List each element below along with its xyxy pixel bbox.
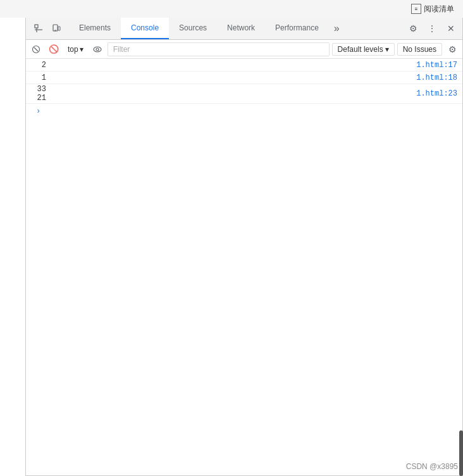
console-link-0[interactable]: 1.html:17	[416, 61, 462, 70]
devtools-icon-buttons	[26, 21, 69, 36]
context-value: top	[68, 45, 78, 54]
expand-row: ›	[26, 104, 462, 118]
eye-button[interactable]	[90, 42, 105, 57]
line-number-2: 33 21	[26, 85, 51, 103]
reading-list-icon: ≡	[411, 4, 421, 14]
devtools-tab-bar: Elements Console Sources Network Perform…	[26, 18, 462, 40]
close-devtools-button[interactable]: ✕	[442, 20, 460, 37]
svg-point-9	[96, 48, 99, 51]
svg-rect-0	[35, 25, 38, 28]
svg-point-8	[94, 47, 101, 52]
device-toolbar-button[interactable]	[49, 21, 64, 36]
no-issues-label: No Issues	[403, 45, 436, 54]
tab-elements[interactable]: Elements	[69, 18, 121, 39]
console-link-2[interactable]: 1.html:23	[416, 89, 462, 98]
filter-container	[108, 42, 330, 56]
levels-label: Default levels	[338, 45, 383, 54]
console-row-0: 2 1.html:17	[26, 59, 462, 72]
console-toolbar: 🚫 top ▾ Default levels ▾ No Issues ⚙	[26, 40, 462, 59]
clear-console-button[interactable]	[28, 42, 44, 57]
devtools-tabs: Elements Console Sources Network Perform…	[69, 18, 402, 39]
scrollbar-decoration	[459, 430, 463, 476]
reading-list-button[interactable]: ≡ 阅读清单	[407, 3, 458, 16]
svg-rect-4	[58, 27, 60, 30]
tab-performance[interactable]: Performance	[265, 18, 329, 39]
context-dropdown-arrow: ▾	[80, 45, 83, 54]
devtools-panel: Elements Console Sources Network Perform…	[25, 18, 463, 476]
watermark-text: CSDN @x3895	[406, 462, 458, 471]
levels-arrow: ▾	[385, 45, 389, 54]
tab-network[interactable]: Network	[217, 18, 265, 39]
more-tabs-button[interactable]: »	[329, 18, 345, 39]
filter-input[interactable]	[111, 44, 326, 55]
watermark: CSDN @x3895	[406, 462, 458, 471]
settings-button[interactable]: ⚙	[404, 20, 422, 37]
tab-sources[interactable]: Sources	[169, 18, 217, 39]
inspect-element-button[interactable]	[31, 21, 46, 36]
more-options-button[interactable]: ⋮	[423, 20, 441, 37]
svg-line-7	[34, 47, 38, 51]
console-row-1: 1 1.html:18	[26, 72, 462, 84]
console-settings-button[interactable]: ⚙	[445, 42, 460, 57]
line-number-0: 2	[26, 61, 51, 70]
context-selector[interactable]: top ▾	[64, 44, 87, 55]
reading-list-label: 阅读清单	[424, 4, 454, 15]
line-number-1: 1	[26, 73, 51, 82]
tab-console[interactable]: Console	[121, 18, 169, 39]
top-bar: ≡ 阅读清单	[0, 0, 463, 18]
console-link-1[interactable]: 1.html:18	[416, 73, 462, 82]
no-issues-button[interactable]: No Issues	[397, 43, 442, 56]
devtools-actions: ⚙ ⋮ ✕	[402, 20, 462, 37]
log-levels-dropdown[interactable]: Default levels ▾	[332, 43, 395, 56]
console-content: 2 1.html:17 1 1.html:18 33 21 1.html:23 …	[26, 59, 462, 475]
stop-messages-button[interactable]: 🚫	[46, 42, 61, 57]
expand-arrow[interactable]: ›	[31, 105, 462, 118]
console-row-2: 33 21 1.html:23	[26, 84, 462, 104]
